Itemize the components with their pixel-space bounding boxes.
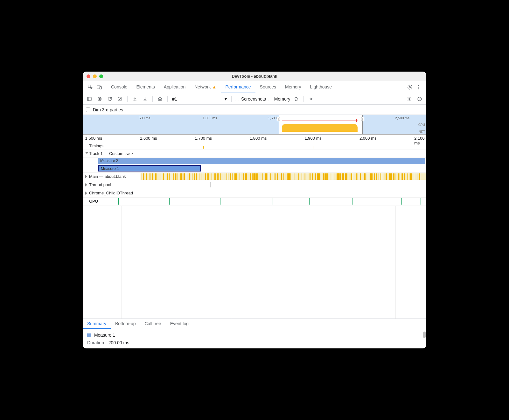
duration-label: Duration bbox=[87, 340, 104, 345]
measure-2-row[interactable]: Measure 2 bbox=[83, 158, 426, 165]
devtools-window: DevTools - about:blank Console Elements … bbox=[83, 72, 426, 348]
svg-rect-2 bbox=[100, 86, 101, 89]
dim-3rd-parties-row: Dim 3rd parties bbox=[83, 105, 426, 115]
performance-toolbar: #1 ▾ Screenshots Memory bbox=[83, 93, 426, 105]
dim-3rd-parties-label: Dim 3rd parties bbox=[93, 107, 123, 112]
track-custom-1-label: Track 1 — Custom track bbox=[83, 150, 136, 157]
tab-memory[interactable]: Memory bbox=[281, 81, 306, 93]
ruler-tick: 1,800 ms bbox=[250, 136, 267, 141]
overview-tick: 500 ms bbox=[139, 116, 150, 120]
svg-line-12 bbox=[119, 98, 121, 100]
device-toolbar-icon[interactable] bbox=[95, 83, 104, 92]
svg-point-16 bbox=[419, 100, 420, 100]
track-main-label: Main — about:blank bbox=[83, 173, 129, 180]
selection-title-row: Measure 1 bbox=[87, 332, 422, 338]
overview-handle-left[interactable] bbox=[277, 117, 280, 121]
timing-marker bbox=[313, 146, 313, 149]
timing-marker bbox=[423, 146, 423, 149]
details-tab-strip: Summary Bottom-up Call tree Event log bbox=[83, 319, 426, 329]
svg-point-4 bbox=[418, 85, 419, 86]
details-drawer: Summary Bottom-up Call tree Event log Me… bbox=[83, 318, 426, 348]
tab-application[interactable]: Application bbox=[159, 81, 190, 93]
ruler-tick: 1,900 ms bbox=[305, 136, 322, 141]
inspect-icon[interactable] bbox=[86, 83, 95, 92]
toggle-sidebar-icon[interactable] bbox=[85, 95, 94, 103]
track-threadpool[interactable]: Thread pool bbox=[83, 181, 426, 189]
selection-title: Measure 1 bbox=[94, 332, 115, 338]
flame-chart[interactable]: 1,500 ms 1,600 ms 1,700 ms 1,800 ms 1,90… bbox=[83, 135, 426, 318]
track-main[interactable]: Main — about:blank bbox=[83, 173, 426, 181]
record-icon[interactable] bbox=[95, 95, 104, 103]
overview-tick: 1,000 ms bbox=[203, 116, 217, 120]
dropdown-icon: ▾ bbox=[225, 96, 227, 102]
tab-console[interactable]: Console bbox=[107, 81, 132, 93]
recording-selector[interactable]: #1 ▾ bbox=[171, 96, 228, 102]
ruler-tick: 1,500 ms bbox=[85, 136, 102, 141]
duration-value: 200.00 ms bbox=[108, 340, 129, 345]
ruler: 1,500 ms 1,600 ms 1,700 ms 1,800 ms 1,90… bbox=[83, 135, 426, 142]
dtab-eventlog[interactable]: Event log bbox=[166, 319, 193, 329]
duration-row: Duration 200.00 ms bbox=[87, 340, 422, 345]
devtools-tab-strip: Console Elements Application Network ▲ P… bbox=[83, 81, 426, 93]
upload-icon[interactable] bbox=[131, 95, 139, 103]
cpu-track-label: CPU bbox=[418, 123, 425, 127]
scrollbar[interactable] bbox=[423, 332, 426, 338]
svg-point-6 bbox=[418, 88, 419, 89]
track-gpu-label: GPU bbox=[83, 198, 100, 205]
clear-icon[interactable] bbox=[116, 95, 124, 103]
tab-network[interactable]: Network ▲ bbox=[190, 81, 221, 93]
recording-name: #1 bbox=[172, 96, 177, 102]
screenshots-checkbox[interactable]: Screenshots bbox=[235, 96, 266, 102]
home-icon[interactable] bbox=[156, 95, 164, 103]
screenshots-label: Screenshots bbox=[241, 96, 266, 102]
track-threadpool-label: Thread pool bbox=[83, 181, 113, 188]
tab-sources[interactable]: Sources bbox=[255, 81, 281, 93]
help-icon[interactable] bbox=[415, 95, 424, 103]
dtab-summary[interactable]: Summary bbox=[83, 319, 111, 329]
more-menu-icon[interactable] bbox=[414, 83, 423, 92]
shortcuts-icon[interactable] bbox=[307, 95, 315, 103]
capture-settings-icon[interactable] bbox=[405, 95, 414, 103]
track-custom-1[interactable]: Track 1 — Custom track bbox=[83, 150, 426, 158]
track-timings[interactable]: Timings bbox=[83, 142, 426, 150]
tab-elements[interactable]: Elements bbox=[132, 81, 159, 93]
net-track-label: NET bbox=[419, 130, 425, 134]
svg-rect-7 bbox=[87, 97, 91, 101]
dim-3rd-parties-checkbox[interactable] bbox=[86, 108, 90, 112]
overview-cpu-flame bbox=[282, 124, 358, 132]
overview-handle-right[interactable] bbox=[361, 117, 364, 121]
reload-icon[interactable] bbox=[106, 95, 114, 103]
memory-checkbox-label: Memory bbox=[274, 96, 290, 102]
svg-point-14 bbox=[409, 98, 410, 100]
track-childio[interactable]: Chrome_ChildIOThread bbox=[83, 189, 426, 198]
memory-checkbox[interactable]: Memory bbox=[268, 96, 290, 102]
track-timings-label: Timings bbox=[83, 142, 105, 150]
track-gpu[interactable]: GPU bbox=[83, 198, 426, 206]
svg-point-10 bbox=[99, 98, 100, 100]
threadpool-marker bbox=[210, 182, 211, 187]
tab-lighthouse[interactable]: Lighthouse bbox=[306, 81, 337, 93]
details-body: Measure 1 Duration 200.00 ms bbox=[83, 329, 426, 348]
tab-network-label: Network bbox=[194, 84, 211, 89]
overview-tick: 2,500 ms bbox=[395, 116, 409, 120]
download-icon[interactable] bbox=[141, 95, 149, 103]
measure-1-bar[interactable]: Measure 1 bbox=[98, 165, 201, 172]
dtab-bottomup[interactable]: Bottom-up bbox=[111, 319, 140, 329]
svg-point-3 bbox=[409, 86, 411, 88]
titlebar: DevTools - about:blank bbox=[83, 72, 426, 81]
measure-1-row[interactable]: Measure 1 bbox=[83, 165, 426, 173]
window-title: DevTools - about:blank bbox=[83, 74, 426, 79]
track-childio-label: Chrome_ChildIOThread bbox=[83, 189, 135, 197]
dtab-calltree[interactable]: Call tree bbox=[140, 319, 166, 329]
overview-long-task-bar bbox=[282, 120, 358, 121]
flame-empty-area[interactable] bbox=[83, 206, 426, 318]
timing-marker bbox=[203, 146, 204, 149]
ruler-tick: 1,600 ms bbox=[140, 136, 157, 141]
tab-performance[interactable]: Performance bbox=[221, 81, 255, 93]
settings-gear-icon[interactable] bbox=[405, 83, 414, 92]
warning-icon: ▲ bbox=[212, 84, 217, 89]
measure-2-bar[interactable]: Measure 2 bbox=[98, 158, 425, 164]
selection-color-swatch bbox=[87, 333, 91, 337]
gc-icon[interactable] bbox=[292, 95, 300, 103]
overview-timeline[interactable]: 500 ms 1,000 ms 1,500 ms 2,000 ms 2,500 … bbox=[83, 115, 426, 135]
